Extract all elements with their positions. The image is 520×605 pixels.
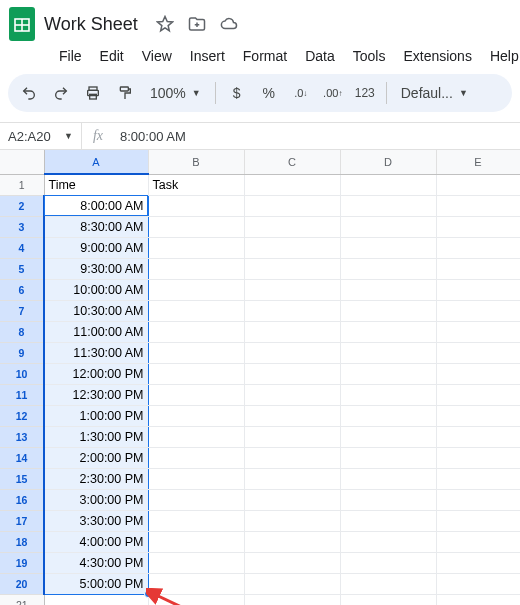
- row-header[interactable]: 1: [0, 174, 44, 195]
- cell[interactable]: [244, 531, 340, 552]
- cell[interactable]: [340, 468, 436, 489]
- cell[interactable]: [436, 531, 520, 552]
- row-header[interactable]: 11: [0, 384, 44, 405]
- sheets-logo-icon[interactable]: [8, 6, 36, 42]
- menu-format[interactable]: Format: [236, 44, 294, 68]
- cell[interactable]: 3:00:00 PM: [44, 489, 148, 510]
- cell[interactable]: 9:00:00 AM: [44, 237, 148, 258]
- row-header[interactable]: 12: [0, 405, 44, 426]
- row-header[interactable]: 21: [0, 594, 44, 605]
- menu-insert[interactable]: Insert: [183, 44, 232, 68]
- row-header[interactable]: 17: [0, 510, 44, 531]
- cell[interactable]: [244, 405, 340, 426]
- cell[interactable]: 2:30:00 PM: [44, 468, 148, 489]
- cell[interactable]: [436, 237, 520, 258]
- cell[interactable]: [340, 258, 436, 279]
- row-header[interactable]: 13: [0, 426, 44, 447]
- menu-data[interactable]: Data: [298, 44, 342, 68]
- cell[interactable]: [244, 363, 340, 384]
- cell[interactable]: Task: [148, 174, 244, 195]
- cell[interactable]: [340, 174, 436, 195]
- name-box[interactable]: A2:A20 ▼: [0, 123, 82, 149]
- row-header[interactable]: 19: [0, 552, 44, 573]
- cell[interactable]: [436, 468, 520, 489]
- paint-format-button[interactable]: [110, 78, 140, 108]
- cell[interactable]: 1:00:00 PM: [44, 405, 148, 426]
- cell[interactable]: [436, 300, 520, 321]
- menu-view[interactable]: View: [135, 44, 179, 68]
- cell[interactable]: 8:00:00 AM: [44, 195, 148, 216]
- menu-tools[interactable]: Tools: [346, 44, 393, 68]
- cell[interactable]: [436, 384, 520, 405]
- row-header[interactable]: 14: [0, 447, 44, 468]
- cell[interactable]: [436, 426, 520, 447]
- cell[interactable]: [148, 342, 244, 363]
- cell[interactable]: 4:30:00 PM: [44, 552, 148, 573]
- cell[interactable]: [244, 258, 340, 279]
- row-header[interactable]: 5: [0, 258, 44, 279]
- cell[interactable]: [148, 363, 244, 384]
- cell[interactable]: 5:00:00 PM: [44, 573, 148, 594]
- cell[interactable]: [148, 405, 244, 426]
- cell[interactable]: 10:30:00 AM: [44, 300, 148, 321]
- cell[interactable]: [244, 195, 340, 216]
- star-icon[interactable]: [156, 15, 174, 33]
- cell[interactable]: [436, 174, 520, 195]
- cell[interactable]: [244, 468, 340, 489]
- cell[interactable]: [148, 447, 244, 468]
- cell[interactable]: [148, 384, 244, 405]
- column-header-a[interactable]: A: [44, 150, 148, 174]
- cell[interactable]: [148, 321, 244, 342]
- cell[interactable]: [436, 363, 520, 384]
- cell[interactable]: [244, 489, 340, 510]
- row-header[interactable]: 4: [0, 237, 44, 258]
- cell[interactable]: 12:30:00 PM: [44, 384, 148, 405]
- undo-button[interactable]: [14, 78, 44, 108]
- row-header[interactable]: 9: [0, 342, 44, 363]
- cell[interactable]: 1:30:00 PM: [44, 426, 148, 447]
- redo-button[interactable]: [46, 78, 76, 108]
- cell[interactable]: 11:30:00 AM: [44, 342, 148, 363]
- decrease-decimal-button[interactable]: .0↓: [286, 78, 316, 108]
- cell[interactable]: [148, 531, 244, 552]
- spreadsheet-grid[interactable]: ABCDE1TimeTask28:00:00 AM38:30:00 AM49:0…: [0, 150, 520, 605]
- percent-button[interactable]: %: [254, 78, 284, 108]
- row-header[interactable]: 7: [0, 300, 44, 321]
- cell[interactable]: [244, 447, 340, 468]
- cell[interactable]: [244, 384, 340, 405]
- zoom-dropdown[interactable]: 100% ▼: [142, 78, 209, 108]
- cell[interactable]: [436, 552, 520, 573]
- cell[interactable]: [436, 321, 520, 342]
- cell[interactable]: [340, 594, 436, 605]
- cell[interactable]: [436, 489, 520, 510]
- cell[interactable]: [244, 237, 340, 258]
- cell[interactable]: [244, 279, 340, 300]
- print-button[interactable]: [78, 78, 108, 108]
- column-header-d[interactable]: D: [340, 150, 436, 174]
- menu-extensions[interactable]: Extensions: [396, 44, 478, 68]
- cell[interactable]: 2:00:00 PM: [44, 447, 148, 468]
- cell[interactable]: [148, 279, 244, 300]
- cell[interactable]: [148, 426, 244, 447]
- cell[interactable]: [244, 174, 340, 195]
- cloud-status-icon[interactable]: [220, 15, 238, 33]
- cell[interactable]: [340, 510, 436, 531]
- row-header[interactable]: 16: [0, 489, 44, 510]
- cell[interactable]: [436, 195, 520, 216]
- cell[interactable]: [44, 594, 148, 605]
- cell[interactable]: [340, 279, 436, 300]
- cell[interactable]: [340, 447, 436, 468]
- cell[interactable]: [148, 489, 244, 510]
- select-all-corner[interactable]: [0, 150, 44, 174]
- cell[interactable]: [148, 216, 244, 237]
- column-header-e[interactable]: E: [436, 150, 520, 174]
- cell[interactable]: [340, 195, 436, 216]
- cell[interactable]: [340, 300, 436, 321]
- row-header[interactable]: 6: [0, 279, 44, 300]
- cell[interactable]: [244, 510, 340, 531]
- cell[interactable]: [148, 258, 244, 279]
- cell[interactable]: [436, 342, 520, 363]
- cell[interactable]: [340, 426, 436, 447]
- cell[interactable]: [436, 594, 520, 605]
- cell[interactable]: [436, 573, 520, 594]
